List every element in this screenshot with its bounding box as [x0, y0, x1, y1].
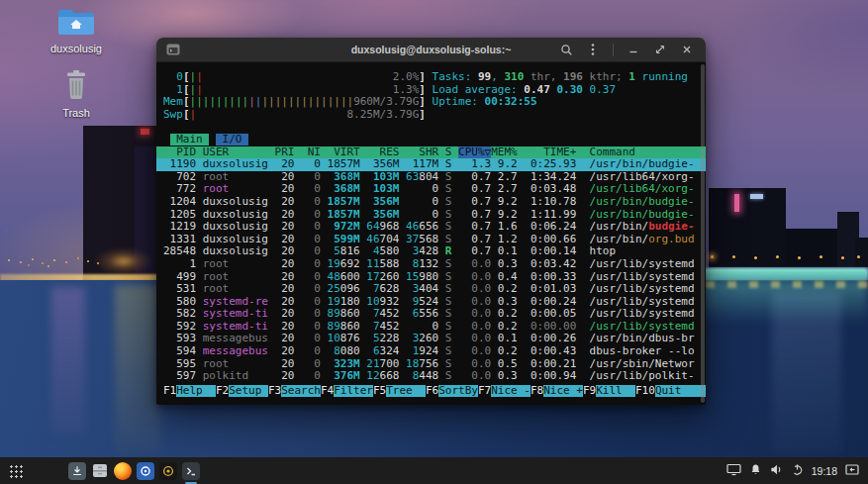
wallpaper-pink-sign — [734, 194, 739, 212]
terminal-app-icon — [166, 44, 180, 55]
wallpaper-right-building-1 — [709, 188, 786, 267]
htop-process-row[interactable]: 597 polkitd 20 0 376M 12668 8448 S 0.0 0… — [156, 370, 706, 383]
htop-process-row[interactable]: 595 root 20 0 323M 21700 18756 S 0.0 0.5… — [156, 358, 706, 371]
htop-process-row[interactable]: 592 systemd-ti 20 0 89860 7452 0 S 0.0 0… — [156, 321, 706, 334]
htop-function-bar[interactable]: F1Help F2Setup F3SearchF4FilterF5Tree F6… — [156, 385, 706, 398]
htop-process-row[interactable]: 1219 duxsolusig 20 0 972M 64968 46656 S … — [156, 221, 706, 234]
close-button[interactable] — [680, 43, 694, 56]
titlebar-separator — [613, 44, 614, 56]
wallpaper-red-sign — [141, 129, 149, 135]
terminal-scrollbar[interactable] — [701, 64, 705, 403]
launcher-file-manager[interactable] — [91, 462, 109, 480]
htop-process-row[interactable]: 1331 duxsolusig 20 0 599M 46704 37568 S … — [156, 234, 706, 246]
htop-process-row[interactable]: 582 systemd-ti 20 0 89860 7452 6556 S 0.… — [156, 308, 706, 321]
menu-kebab-icon[interactable] — [586, 43, 600, 56]
wallpaper-port-glow — [94, 247, 153, 275]
htop-process-row[interactable]: 772 root 20 0 368M 103M 0 S 0.7 2.7 0:03… — [156, 183, 706, 196]
minimize-button[interactable] — [627, 43, 640, 56]
htop-process-row[interactable]: 531 root 20 0 25096 7628 3404 S 0.0 0.2 … — [156, 283, 706, 296]
htop-process-row[interactable]: 1 root 20 0 19692 11588 8132 S 0.0 0.3 0… — [156, 258, 706, 271]
htop-process-row[interactable]: 499 root 20 0 48600 17260 15980 S 0.0 0.… — [156, 271, 706, 284]
wallpaper-teal-bridge — [693, 268, 868, 280]
htop-blank-line — [156, 121, 706, 134]
app-menu-grid-icon[interactable] — [9, 464, 23, 478]
notifications-bell-icon[interactable] — [749, 462, 762, 480]
htop-meter-1: 1[|| 1.3%] Load average: 0.47 0.30 0.37 — [156, 84, 706, 97]
power-icon[interactable] — [791, 462, 804, 480]
desktop-icon-label: duxsolusig — [50, 43, 102, 54]
htop-meter-0: 0[|| 2.0%] Tasks: 99, 310 thr, 196 kthr;… — [156, 71, 706, 84]
htop-process-row[interactable]: 1204 duxsolusig 20 0 1857M 356M 0 S 0.7 … — [156, 196, 706, 209]
htop-process-row[interactable]: 580 systemd-re 20 0 19180 10932 9524 S 0… — [156, 296, 706, 309]
launcher-media-player[interactable] — [159, 462, 177, 480]
htop-screen-tabs[interactable]: Main I/O — [156, 134, 706, 146]
htop-process-row[interactable]: 1190 duxsolusig 20 0 1857M 356M 117M S 1… — [156, 158, 706, 171]
wallpaper-street-lamps — [711, 255, 714, 258]
launcher-firefox[interactable] — [114, 462, 132, 480]
display-icon[interactable] — [726, 462, 741, 480]
launcher-software-install[interactable] — [68, 462, 86, 480]
home-folder-icon — [57, 6, 95, 40]
wallpaper-reflection-purple — [51, 287, 85, 436]
htop-process-row[interactable]: 28548 duxsolusig 20 0 5816 4580 3428 R 0… — [156, 245, 706, 258]
window-controls — [559, 43, 706, 56]
system-tray: 19:18 — [726, 462, 868, 480]
htop-meter-mem: Mem[|||||||||||||||||||||||||960M/3.79G]… — [156, 96, 706, 109]
desktop-icon-label: Trash — [62, 107, 90, 119]
wallpaper-right-building-2 — [786, 229, 839, 267]
wallpaper-reflection-teal — [693, 280, 868, 322]
search-icon[interactable] — [559, 43, 573, 56]
terminal-window[interactable]: duxsolusig@duxsolusig-solus:~ — [156, 38, 706, 405]
active-app-indicator — [185, 482, 197, 484]
desktop-icon-area: duxsolusig Trash — [40, 6, 113, 133]
desktop-icon-trash[interactable]: Trash — [40, 68, 113, 119]
htop-meter-swp: Swp[| 8.25M/3.79G] — [156, 109, 706, 122]
htop-screen: 0[|| 2.0%] Tasks: 99, 310 thr, 196 kthr;… — [156, 62, 706, 405]
wallpaper-port-lights — [8, 259, 10, 261]
htop-process-row[interactable]: 594 messagebus 20 0 8080 6324 1924 S 0.0… — [156, 345, 706, 358]
taskbar-left — [0, 462, 200, 480]
terminal-content[interactable]: 0[|| 2.0%] Tasks: 99, 310 thr, 196 kthr;… — [156, 62, 706, 405]
taskbar: 19:18 — [0, 457, 868, 484]
htop-process-row[interactable]: 1205 duxsolusig 20 0 1857M 356M 0 S 0.7 … — [156, 209, 706, 222]
launcher-terminal[interactable] — [182, 462, 200, 480]
launcher-software-center[interactable] — [137, 462, 154, 480]
wallpaper-right-building-4 — [855, 238, 868, 267]
tray-expander-icon[interactable] — [845, 462, 859, 480]
terminal-titlebar[interactable]: duxsolusig@duxsolusig-solus:~ — [156, 38, 706, 62]
htop-process-row[interactable]: 593 messagebus 20 0 10876 5228 3260 S 0.… — [156, 333, 706, 345]
desktop: duxsolusig Trash — [0, 0, 868, 484]
wallpaper-blue-sign — [750, 194, 763, 199]
wallpaper-reflection-gold — [115, 285, 160, 453]
taskbar-launchers — [68, 462, 200, 480]
volume-icon[interactable] — [770, 462, 783, 480]
htop-process-row[interactable]: 702 root 20 0 368M 103M 63804 S 0.7 2.7 … — [156, 171, 706, 184]
maximize-button[interactable] — [653, 43, 667, 56]
taskbar-clock[interactable]: 19:18 — [812, 465, 837, 477]
htop-table-header[interactable]: PID USER PRI NI VIRT RES SHR S CPU%▽MEM%… — [156, 146, 706, 159]
desktop-icon-home-folder[interactable]: duxsolusig — [40, 6, 113, 54]
trash-icon — [61, 68, 91, 104]
